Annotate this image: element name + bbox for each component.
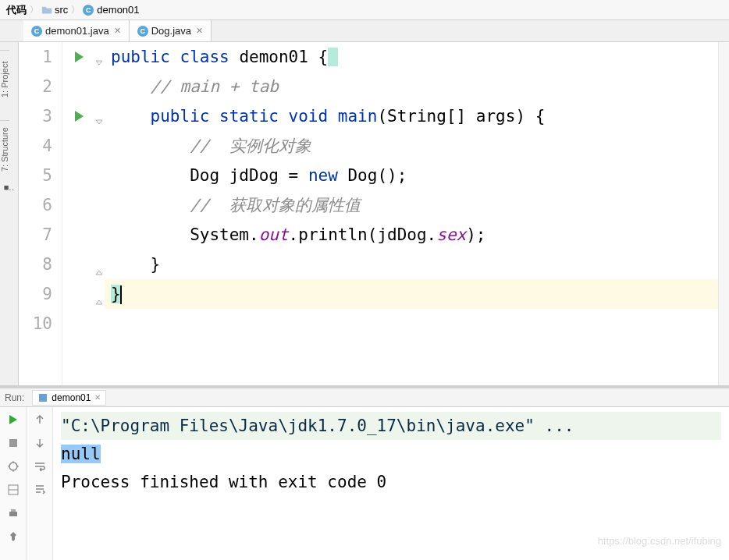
print-icon[interactable] bbox=[7, 507, 20, 519]
code-editor[interactable]: 1 2 3 4 5 6 7 8 9 10 public class demon0… bbox=[19, 42, 729, 385]
svg-rect-6 bbox=[11, 509, 16, 512]
layout-icon[interactable] bbox=[7, 484, 20, 496]
caret bbox=[120, 285, 122, 304]
soft-wrap-icon[interactable] bbox=[34, 460, 46, 473]
svg-point-2 bbox=[9, 463, 17, 470]
run-gutter-icon[interactable] bbox=[75, 111, 84, 122]
console-line: "C:\Program Files\Java\jdk1.7.0_17\bin\j… bbox=[61, 412, 721, 440]
run-label: Run: bbox=[5, 392, 24, 403]
debug-icon[interactable] bbox=[7, 460, 20, 473]
chevron-right-icon: 〉 bbox=[71, 4, 80, 16]
error-stripe[interactable] bbox=[718, 42, 729, 385]
breadcrumb: 代码 〉 src 〉 C demon01 bbox=[0, 0, 729, 20]
chevron-right-icon: 〉 bbox=[30, 4, 38, 16]
tab-label: Dog.java bbox=[151, 25, 191, 37]
run-toolbar-left2 bbox=[27, 407, 53, 560]
class-icon: C bbox=[83, 5, 94, 16]
svg-rect-5 bbox=[9, 512, 17, 516]
class-icon: C bbox=[31, 26, 42, 37]
run-toolbar-left bbox=[0, 407, 27, 560]
console-line: Process finished with exit code 0 bbox=[61, 468, 721, 496]
run-config-tab[interactable]: demon01 ✕ bbox=[32, 390, 106, 406]
run-tool-window: Run: demon01 ✕ "C:\Program Files\Java\jd… bbox=[0, 388, 729, 560]
console-line: null bbox=[61, 440, 721, 468]
fold-close-icon[interactable] bbox=[95, 290, 103, 298]
tab-demon01[interactable]: C demon01.java ✕ bbox=[23, 20, 130, 41]
tab-label: demon01.java bbox=[45, 25, 109, 37]
code-area[interactable]: public class demon01 { // main + tab pub… bbox=[105, 42, 729, 385]
up-arrow-icon[interactable] bbox=[34, 413, 46, 426]
console-output[interactable]: "C:\Program Files\Java\jdk1.7.0_17\bin\j… bbox=[53, 407, 729, 560]
run-marker-gutter bbox=[62, 42, 95, 385]
fold-gutter bbox=[95, 42, 105, 385]
structure-icon: ■‥ bbox=[0, 183, 18, 193]
down-arrow-icon[interactable] bbox=[34, 437, 46, 449]
app-icon bbox=[37, 392, 48, 403]
watermark: https://blog.csdn.net/ifubing bbox=[598, 527, 721, 555]
close-icon[interactable]: ✕ bbox=[196, 26, 203, 36]
run-gutter-icon[interactable] bbox=[75, 51, 84, 62]
svg-rect-0 bbox=[39, 394, 47, 402]
fold-open-icon[interactable] bbox=[95, 112, 103, 120]
project-tool-button[interactable]: 1: Project bbox=[0, 50, 9, 105]
class-icon: C bbox=[137, 26, 148, 37]
structure-tool-button[interactable]: 7: Structure bbox=[0, 120, 9, 175]
breadcrumb-item[interactable]: src bbox=[41, 4, 68, 16]
pin-icon[interactable] bbox=[7, 530, 20, 543]
tab-dog[interactable]: C Dog.java ✕ bbox=[130, 20, 212, 41]
line-number-gutter: 1 2 3 4 5 6 7 8 9 10 bbox=[19, 42, 62, 385]
svg-rect-1 bbox=[9, 439, 17, 447]
run-tabbar: Run: demon01 ✕ bbox=[0, 388, 729, 407]
left-tool-strip: 1: Project 7: Structure ■‥ bbox=[0, 42, 19, 385]
close-icon[interactable]: ✕ bbox=[94, 393, 101, 402]
folder-icon bbox=[41, 5, 52, 16]
editor-tabbar: C demon01.java ✕ C Dog.java ✕ bbox=[0, 20, 729, 42]
fold-close-icon[interactable] bbox=[95, 261, 103, 268]
fold-open-icon[interactable] bbox=[95, 53, 103, 61]
rerun-button[interactable] bbox=[7, 413, 20, 426]
breadcrumb-item[interactable]: C demon01 bbox=[83, 4, 139, 16]
breadcrumb-item[interactable]: 代码 bbox=[6, 3, 27, 17]
scroll-to-end-icon[interactable] bbox=[34, 484, 46, 496]
close-icon[interactable]: ✕ bbox=[114, 26, 121, 36]
stop-button[interactable] bbox=[7, 437, 20, 449]
